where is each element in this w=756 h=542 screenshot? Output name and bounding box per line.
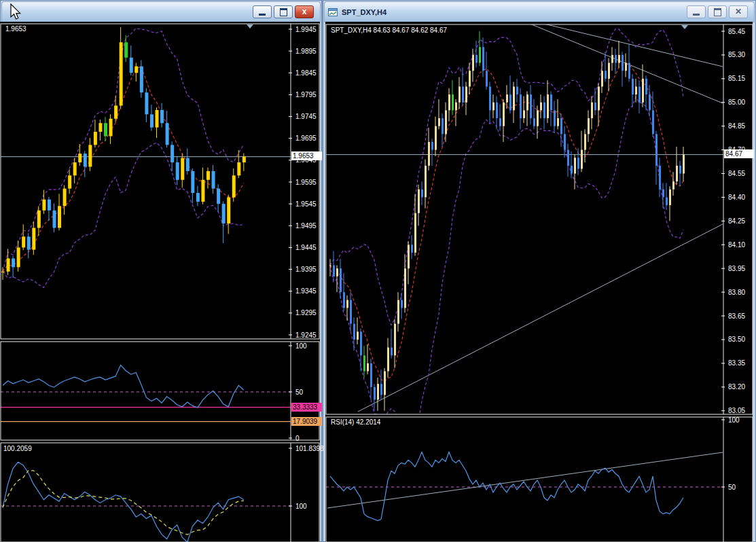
left-ind1-pink-level-tag: 33.3333 [291, 403, 322, 412]
right-minimize-button[interactable] [687, 5, 706, 18]
restore-icon [280, 8, 287, 16]
window-right-title: SPT_DXY,H4 [338, 8, 386, 16]
left-restore-button[interactable] [274, 5, 293, 18]
minimize-icon [693, 14, 700, 16]
minimize-icon [259, 14, 266, 16]
right-close-button[interactable]: ✕ [729, 5, 748, 18]
window-left: x [0, 0, 322, 542]
window-right-titlebar[interactable]: SPT_DXY,H4 ✕ [324, 1, 755, 22]
left-close-button[interactable]: x [295, 5, 314, 18]
left-chart-area[interactable] [0, 22, 320, 542]
close-icon: x [302, 7, 307, 17]
restore-icon [714, 8, 721, 16]
chart-window-icon [328, 7, 338, 16]
left-ind2-info-label: 100.2059 [3, 445, 32, 452]
mouse-cursor [10, 3, 23, 21]
mdi-workspace: { "left_window": { "title": "", "info_la… [0, 0, 756, 542]
right-chart-area[interactable] [325, 22, 753, 542]
window-left-titlebar[interactable]: x [1, 1, 321, 22]
window-right: SPT_DXY,H4 ✕ [323, 0, 756, 542]
right-rsi-info-label: RSI(14) 42.2014 [331, 418, 380, 426]
left-minimize-button[interactable] [253, 5, 272, 18]
close-icon: ✕ [735, 7, 742, 17]
right-chart-info-label: SPT_DXY,H4 84.63 84.67 84.62 84.67 [331, 26, 447, 34]
right-restore-button[interactable] [708, 5, 727, 18]
right-current-price-tag: 84.67 [724, 149, 754, 158]
left-current-price-tag: 1.9653 [291, 151, 322, 160]
left-ind1-orange-level-tag: 17.9039 [291, 417, 322, 426]
left-chart-info-label: 1.9653 [5, 25, 26, 33]
